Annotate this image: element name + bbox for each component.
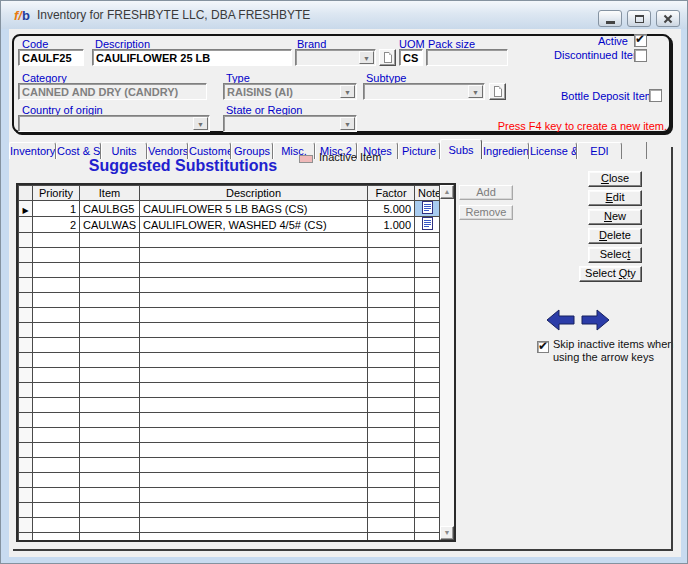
subtype-select[interactable]: ▼ bbox=[363, 83, 485, 100]
app-window: f/b Inventory for FRESHBYTE LLC, DBA FRE… bbox=[0, 0, 688, 564]
empty-row[interactable] bbox=[19, 458, 440, 473]
remove-button[interactable]: Remove bbox=[459, 205, 513, 220]
state-select[interactable]: ▼ bbox=[223, 115, 357, 132]
empty-row[interactable] bbox=[19, 308, 440, 323]
item-column-header: Item bbox=[80, 186, 140, 201]
description-input[interactable]: CAULIFLOWER 25 LB bbox=[92, 49, 292, 66]
bottom-shadow-rule bbox=[13, 549, 673, 551]
chevron-down-icon[interactable]: ▼ bbox=[193, 117, 208, 130]
grid-scrollbar[interactable]: ▲ ▼ bbox=[439, 185, 454, 540]
note-icon[interactable] bbox=[422, 201, 433, 214]
empty-row[interactable] bbox=[19, 398, 440, 413]
subtype-lookup-button[interactable] bbox=[489, 83, 506, 100]
table-row[interactable]: ▶ 1 CAULBG5 CAULIFLOWER 5 LB BAGS (CS) 5… bbox=[19, 201, 440, 217]
chevron-down-icon[interactable]: ▼ bbox=[340, 85, 355, 98]
notes-column-header: Notes bbox=[415, 186, 440, 201]
description-cell[interactable]: CAULIFLOWER 5 LB BAGS (CS) bbox=[140, 201, 368, 217]
minimize-icon bbox=[606, 21, 615, 24]
empty-row[interactable] bbox=[19, 263, 440, 278]
active-checkbox[interactable]: ✔ bbox=[634, 34, 647, 47]
right-shadow-rule bbox=[671, 147, 673, 551]
table-row[interactable]: 2 CAULWAS CAULIFLOWER, WASHED 4/5# (CS) … bbox=[19, 217, 440, 233]
factor-column-header: Factor bbox=[368, 186, 415, 201]
previous-item-arrow-icon[interactable] bbox=[547, 309, 575, 332]
tab-picture[interactable]: Picture bbox=[398, 142, 440, 159]
tab-ingredient[interactable]: Ingredient bbox=[482, 142, 529, 159]
chevron-down-icon[interactable]: ▼ bbox=[468, 85, 483, 98]
new-button[interactable]: New bbox=[588, 209, 642, 225]
empty-row[interactable] bbox=[19, 518, 440, 533]
empty-row[interactable] bbox=[19, 413, 440, 428]
empty-row[interactable] bbox=[19, 473, 440, 488]
tab-inventory[interactable]: Inventory bbox=[9, 142, 56, 159]
next-item-arrow-icon[interactable] bbox=[581, 309, 609, 332]
empty-row[interactable] bbox=[19, 383, 440, 398]
bottle-deposit-label: Bottle Deposit Item bbox=[561, 90, 654, 102]
empty-row[interactable] bbox=[19, 338, 440, 353]
current-row-marker-icon: ▶ bbox=[22, 206, 28, 215]
item-cell[interactable]: CAULWAS bbox=[80, 217, 140, 233]
scroll-up-icon[interactable]: ▲ bbox=[440, 185, 454, 199]
minimize-button[interactable] bbox=[598, 10, 622, 27]
empty-row[interactable] bbox=[19, 278, 440, 293]
description-cell[interactable]: CAULIFLOWER, WASHED 4/5# (CS) bbox=[140, 217, 368, 233]
active-label: Active bbox=[598, 35, 628, 47]
tab-subs[interactable]: Subs bbox=[440, 139, 482, 159]
delete-button[interactable]: Delete bbox=[588, 228, 642, 244]
window-titlebar[interactable]: f/b Inventory for FRESHBYTE LLC, DBA FRE… bbox=[1, 1, 688, 29]
add-button[interactable]: Add bbox=[459, 185, 513, 200]
code-input[interactable]: CAULF25 bbox=[18, 49, 84, 66]
page-icon bbox=[384, 52, 392, 63]
select-button[interactable]: Select bbox=[588, 247, 642, 263]
empty-row[interactable] bbox=[19, 443, 440, 458]
brand-lookup-button[interactable] bbox=[379, 49, 396, 66]
app-icon: f/b bbox=[14, 8, 30, 23]
close-button[interactable]: Close bbox=[588, 171, 642, 187]
empty-row[interactable] bbox=[19, 353, 440, 368]
note-icon[interactable] bbox=[422, 217, 433, 230]
bottle-deposit-checkbox[interactable]: ✔ bbox=[649, 89, 662, 102]
priority-column-header: Priority bbox=[33, 186, 80, 201]
skip-inactive-checkbox[interactable]: ✔ bbox=[537, 341, 549, 353]
window-title: Inventory for FRESHBYTE LLC, DBA FRESHBY… bbox=[37, 8, 310, 22]
empty-row[interactable] bbox=[19, 293, 440, 308]
tab-license[interactable]: License & bbox=[529, 142, 577, 159]
category-input[interactable]: CANNED AND DRY (CANDRY) bbox=[18, 83, 207, 100]
chevron-down-icon[interactable]: ▼ bbox=[359, 51, 374, 64]
empty-row[interactable] bbox=[19, 248, 440, 263]
discontinued-label: Discontinued Item bbox=[554, 49, 642, 61]
skip-inactive-label-line2: using the arrow keys bbox=[553, 351, 654, 363]
empty-row[interactable] bbox=[19, 323, 440, 338]
item-cell[interactable]: CAULBG5 bbox=[80, 201, 140, 217]
discontinued-checkbox[interactable]: ✔ bbox=[634, 49, 647, 62]
select-qty-button[interactable]: Select Qty bbox=[579, 266, 642, 282]
empty-row[interactable] bbox=[19, 533, 440, 541]
empty-row[interactable] bbox=[19, 428, 440, 443]
maximize-button[interactable] bbox=[627, 10, 651, 27]
type-select[interactable]: RAISINS (AI)▼ bbox=[223, 83, 357, 100]
empty-row[interactable] bbox=[19, 368, 440, 383]
notes-cell[interactable] bbox=[415, 201, 440, 217]
close-window-button[interactable] bbox=[656, 10, 680, 27]
tab-edi[interactable]: EDI bbox=[577, 142, 622, 159]
inactive-item-legend: Inactive Item bbox=[319, 151, 381, 163]
empty-row[interactable] bbox=[19, 503, 440, 518]
chevron-down-icon[interactable]: ▼ bbox=[340, 117, 355, 130]
scroll-down-icon[interactable]: ▼ bbox=[440, 526, 454, 540]
priority-cell[interactable]: 2 bbox=[33, 217, 80, 233]
brand-select[interactable]: ▼ bbox=[295, 49, 376, 66]
notes-cell[interactable] bbox=[415, 217, 440, 233]
priority-cell[interactable]: 1 bbox=[33, 201, 80, 217]
pack-size-input[interactable] bbox=[426, 49, 508, 66]
uom-input[interactable]: CS bbox=[399, 49, 423, 66]
f4-hint-text: Press F4 key to create a new item. bbox=[498, 120, 667, 132]
factor-cell[interactable]: 5.000 bbox=[368, 201, 415, 217]
grid-header-row: Priority Item Description Factor Notes bbox=[19, 186, 440, 201]
maximize-icon bbox=[635, 15, 644, 23]
empty-row[interactable] bbox=[19, 233, 440, 248]
empty-row[interactable] bbox=[19, 488, 440, 503]
selector-column-header bbox=[19, 186, 33, 201]
factor-cell[interactable]: 1.000 bbox=[368, 217, 415, 233]
edit-button[interactable]: Edit bbox=[588, 190, 642, 206]
country-select[interactable]: ▼ bbox=[18, 115, 210, 132]
